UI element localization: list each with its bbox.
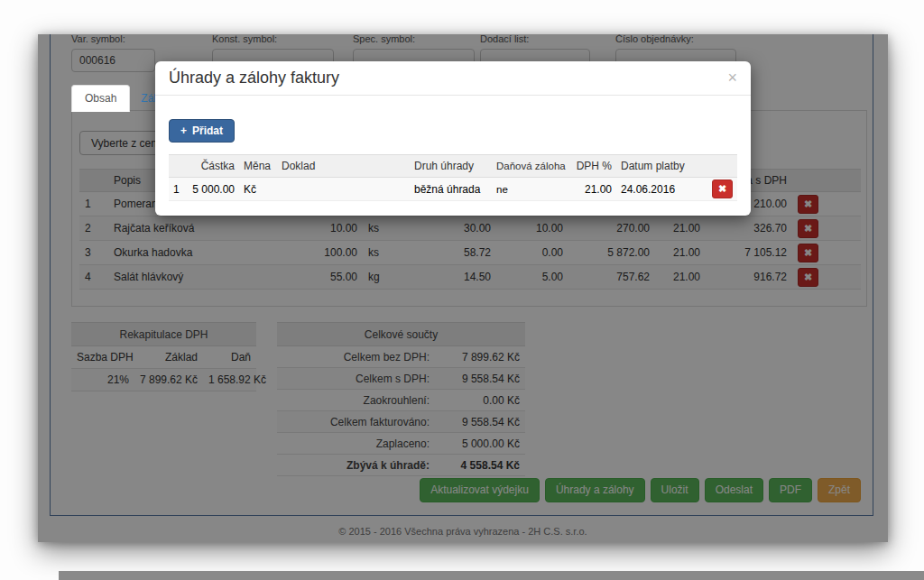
col-tax-advance: Daňová záloha [492, 161, 567, 171]
payment-currency: Kč [239, 183, 277, 196]
col-payment-date: Datum platby [616, 160, 698, 172]
tab-obsah[interactable]: Obsah [71, 85, 130, 112]
payment-dph: 21.00 [567, 183, 616, 196]
payments-table: Částka Měna Doklad Druh úhrady Daňová zá… [169, 154, 737, 201]
add-payment-label: Přidat [192, 124, 223, 137]
modal-title: Úhrady a zálohy faktury [169, 69, 737, 87]
payments-modal: Úhrady a zálohy faktury × +Přidat Částka… [155, 61, 751, 216]
close-icon[interactable]: × [727, 69, 737, 86]
delete-payment-button[interactable]: ✖ [712, 180, 733, 198]
col-amount: Částka [185, 160, 239, 172]
row-number: 1 [169, 183, 185, 196]
screenshot-canvas: Var. symbol: Konst. symbol: Spec. symbol… [0, 0, 924, 580]
delete-icon: ✖ [718, 183, 726, 194]
lower-page-edge [59, 571, 924, 580]
payment-row: 1 5 000.00 Kč běžná úhrada ne 21.00 24.0… [169, 178, 737, 201]
payment-type: běžná úhrada [410, 183, 492, 196]
col-payment-type: Druh úhrady [410, 160, 492, 172]
add-payment-button[interactable]: +Přidat [169, 119, 235, 143]
col-dph: DPH % [567, 160, 616, 172]
payment-amount: 5 000.00 [185, 183, 239, 196]
col-currency: Měna [239, 160, 277, 172]
payment-date: 24.06.2016 [616, 183, 698, 196]
payment-tax-advance: ne [492, 184, 567, 195]
modal-header: Úhrady a zálohy faktury × [155, 61, 751, 96]
col-document: Doklad [277, 160, 410, 172]
payments-table-header: Částka Měna Doklad Druh úhrady Daňová zá… [169, 154, 737, 178]
plus-icon: + [180, 124, 187, 137]
modal-body: +Přidat Částka Měna Doklad Druh úhrady D… [155, 96, 751, 216]
